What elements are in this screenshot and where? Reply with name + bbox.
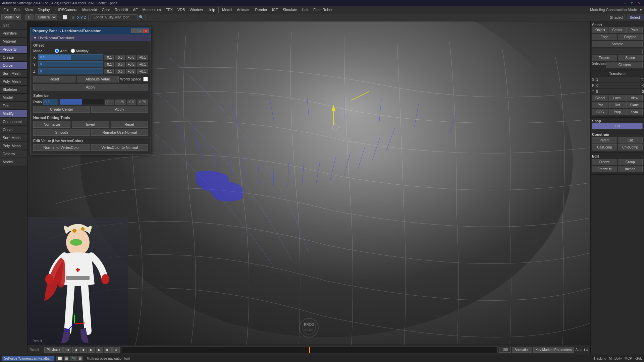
timeline[interactable] <box>121 347 498 353</box>
menu-redshift[interactable]: Redshift <box>113 7 130 12</box>
next-key-btn[interactable]: ⏭ <box>104 347 112 353</box>
scale-x-input[interactable] <box>595 77 640 82</box>
sidebar-modify[interactable]: Modify <box>0 110 27 118</box>
cut-btn[interactable]: Cut <box>618 137 643 143</box>
menu-display[interactable]: Display <box>36 7 52 12</box>
sidebar-text[interactable]: Text <box>0 102 27 110</box>
scene-input[interactable]: Ephelt_GuiltyGear_toon_ <box>91 14 138 20</box>
multiply-radio[interactable] <box>71 49 75 53</box>
point-btn[interactable]: Point <box>626 27 643 33</box>
freeze-btn[interactable]: Freeze <box>592 159 617 165</box>
menu-render[interactable]: Render <box>253 7 269 12</box>
vp-icon1[interactable]: ⬜ <box>56 356 63 361</box>
menu-animate[interactable]: Animate <box>235 7 252 12</box>
scene-btn[interactable]: Scene <box>618 55 643 61</box>
panel-minimize-btn[interactable]: ─ <box>131 28 137 33</box>
normalize-btn[interactable]: Normalize <box>33 121 70 128</box>
z-step-m01[interactable]: -0.1 <box>104 69 114 74</box>
sidebar-get[interactable]: Get <box>0 21 27 29</box>
panel-titlebar[interactable]: Property Panel - UserNormalTranslator ─ … <box>31 27 151 35</box>
cog-btn[interactable]: COG <box>592 109 608 115</box>
playback-label-btn[interactable]: Playback <box>44 347 63 353</box>
animation-btn[interactable]: Animation <box>512 347 532 353</box>
vertex-to-normal-btn[interactable]: VertexColor to Normal <box>91 144 148 151</box>
menu-model[interactable]: Model <box>220 7 234 12</box>
edge-btn[interactable]: Edge <box>592 34 617 40</box>
multiply-radio-item[interactable]: Multiply <box>71 49 89 53</box>
cascomp-btn[interactable]: CasComp <box>592 144 617 150</box>
sample-btn[interactable]: Sample <box>592 41 643 47</box>
immed-btn[interactable]: Immed <box>618 166 643 172</box>
next-frame-btn[interactable]: ▶ <box>96 347 103 353</box>
prop-btn[interactable]: Prop <box>609 109 626 115</box>
sidebar-curve[interactable]: Curve <box>0 62 27 69</box>
menu-simulate[interactable]: Simulate <box>281 7 299 12</box>
center-btn[interactable]: Center <box>609 27 626 33</box>
loop-btn[interactable]: ↺ <box>112 347 120 353</box>
z-step-p05[interactable]: +0.5 <box>126 69 137 74</box>
key-marked-btn[interactable]: Key Marked Parameters <box>533 347 574 353</box>
chldcomp-btn[interactable]: ChldComp <box>618 144 643 150</box>
vp-icon3[interactable]: 📷 <box>70 356 77 361</box>
z-bar[interactable]: 0 <box>38 68 103 74</box>
menu-ice[interactable]: ICE <box>270 7 280 12</box>
sidebar-create[interactable]: Create <box>0 54 27 61</box>
menu-window[interactable]: Window <box>188 7 205 12</box>
clusters-btn[interactable]: Clusters <box>606 62 643 68</box>
ratio-075[interactable]: 0.75 <box>138 100 148 105</box>
x-step-p05[interactable]: +0.5 <box>126 55 137 60</box>
sidebar-surfmesh2[interactable]: Surf. Mesh <box>0 134 27 142</box>
ratio-bar[interactable] <box>60 99 104 105</box>
x-step-m01[interactable]: -0.1 <box>104 55 114 60</box>
x-step-p01[interactable]: +0.1 <box>137 55 148 60</box>
add-radio[interactable] <box>55 49 59 53</box>
maximize-btn[interactable]: □ <box>630 1 635 5</box>
view-btn2[interactable]: ⊞ <box>70 15 76 19</box>
x-step-m05[interactable]: -0.5 <box>115 55 124 60</box>
minimize-btn[interactable]: ─ <box>623 1 628 5</box>
y-step-p01[interactable]: +0.1 <box>137 62 148 67</box>
sidebar-curve2[interactable]: Curve <box>0 126 27 134</box>
normal-reset-btn[interactable]: Reset <box>111 121 148 128</box>
menu-edit[interactable]: Edit <box>12 7 22 12</box>
par-btn[interactable]: Par <box>592 102 608 108</box>
y-step-p05[interactable]: +0.5 <box>126 62 137 67</box>
menu-face-robot[interactable]: Face Robot <box>311 7 334 12</box>
y-step-m05[interactable]: -0.5 <box>115 62 124 67</box>
menu-gear[interactable]: Gear <box>100 7 112 12</box>
parent-btn[interactable]: Parent <box>592 137 617 143</box>
menu-momentum[interactable]: Momentum <box>140 7 163 12</box>
panel-restore-btn[interactable]: □ <box>137 28 143 33</box>
menu-efx[interactable]: EFX <box>163 7 174 12</box>
offset-apply-btn[interactable]: Apply <box>33 84 148 90</box>
auto-arrows[interactable]: ⬆⬇ <box>583 348 588 352</box>
menu-help[interactable]: Help <box>206 7 217 12</box>
sidebar-deform[interactable]: Deform <box>0 150 27 158</box>
explore-btn[interactable]: Explore <box>592 55 617 61</box>
sidebar-polymesh[interactable]: Poly. Mesh <box>0 78 27 85</box>
menu-view[interactable]: View <box>23 7 35 12</box>
menu-vdb[interactable]: VDB <box>175 7 187 12</box>
ratio-01[interactable]: 0.1 <box>105 100 114 105</box>
panel-close-btn[interactable]: ✕ <box>143 28 149 33</box>
smooth-btn[interactable]: Smooth <box>33 129 90 136</box>
z-step-m05[interactable]: -0.5 <box>115 69 124 74</box>
sym-btn[interactable]: Sym <box>626 109 643 115</box>
view-btn1[interactable]: ⬜ <box>61 15 69 19</box>
prev-frame-btn[interactable]: ◀ <box>72 347 79 353</box>
menu-hair[interactable]: Hair <box>300 7 311 12</box>
sidebar-polymesh2[interactable]: Poly. Mesh <box>0 142 27 150</box>
select-label[interactable]: Select <box>627 15 643 19</box>
sidebar-model2[interactable]: Model <box>0 158 27 166</box>
local-btn[interactable]: Local <box>609 95 626 101</box>
sidebar-primitive[interactable]: Primitive <box>0 29 27 37</box>
rot-y-input[interactable] <box>641 83 644 88</box>
sidebar-surfmesh[interactable]: Surf. Mesh <box>0 70 27 77</box>
vp-icon2[interactable]: ▦ <box>64 356 69 361</box>
play-btn[interactable]: ▶ <box>88 347 95 353</box>
ratio-05[interactable]: 0.5 <box>127 100 136 105</box>
mode-select[interactable]: Model <box>1 14 21 20</box>
y-bar[interactable]: 0 <box>38 61 103 67</box>
global-btn[interactable]: Global <box>592 95 608 101</box>
rot-x-input[interactable] <box>595 83 640 88</box>
